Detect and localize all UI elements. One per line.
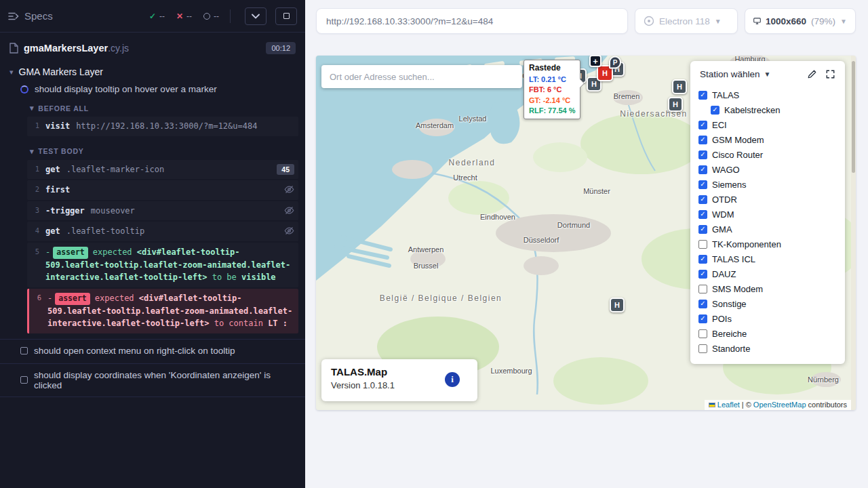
running-test[interactable]: should display tooltip on hover over a m… [0, 80, 305, 97]
browser-select[interactable]: Electron 118 ▼ [635, 8, 738, 34]
pending-test-title: should open context menu on right-click … [34, 346, 235, 356]
aut-scrollbar[interactable] [851, 56, 856, 410]
layer-toggle-talas[interactable]: ✓TALAS [698, 87, 837, 102]
app-root: Specs ✓-- ✕-- -- gmaMarkersLayer.cy.js 0… [0, 0, 868, 488]
command-row-get[interactable]: 1get.leaflet-marker-icon45 [27, 160, 298, 180]
checked-checkbox[interactable]: ✓ [698, 91, 707, 100]
pending-test-icon [20, 347, 28, 354]
layer-toggle-kabelstrecken[interactable]: ✓Kabelstrecken [711, 102, 837, 117]
pending-test[interactable]: should display coordinates when 'Koordin… [0, 363, 305, 396]
test-body-header[interactable]: ▾ TEST BODY [0, 140, 305, 159]
layer-toggle-siemens[interactable]: ✓Siemens [698, 177, 837, 192]
command-text: get.leaflet-marker-icon [45, 163, 277, 176]
layer-toggle-sonstige[interactable]: ✓Sonstige [698, 296, 837, 311]
layer-toggle-cisco-router[interactable]: ✓Cisco Router [698, 147, 837, 162]
command-row-trigger[interactable]: 3-triggermouseover [27, 201, 298, 221]
tooltip-title: Rastede [529, 62, 575, 74]
unchecked-checkbox[interactable] [698, 344, 707, 353]
layer-label: GSM Modem [712, 135, 764, 145]
assert-pill: assert [55, 293, 90, 305]
layer-toggle-talas-icl[interactable]: ✓TALAS ICL [698, 251, 837, 266]
pending-test[interactable]: should open context menu on right-click … [0, 339, 305, 362]
layer-toggle-gma[interactable]: ✓GMA [698, 222, 837, 237]
viewport-select[interactable]: 1000x660 (79%) ▼ [745, 8, 856, 34]
map-search-input[interactable] [321, 65, 522, 88]
command-number: 1 [27, 120, 39, 129]
checked-checkbox[interactable]: ✓ [698, 150, 707, 159]
chevron-down-icon[interactable]: ▼ [764, 70, 771, 78]
layer-toggle-bereiche[interactable]: Bereiche [698, 326, 837, 341]
specs-label: Specs [24, 10, 53, 22]
unchecked-checkbox[interactable] [698, 285, 707, 293]
aut-panel: http://192.168.10.33:3000/?m=12&u=484 El… [305, 0, 868, 488]
station-select-label[interactable]: Station wählen [700, 69, 760, 79]
collapse-all-button[interactable] [245, 7, 267, 25]
layer-toggle-sms-modem[interactable]: SMS Modem [698, 281, 837, 296]
layer-toggle-pois[interactable]: ✓POIs [698, 311, 837, 326]
checked-checkbox[interactable]: ✓ [698, 121, 707, 129]
leaflet-link[interactable]: Leaflet [717, 401, 740, 409]
layer-toggle-gsm-modem[interactable]: ✓GSM Modem [698, 132, 837, 147]
layer-toggle-tk-komponenten[interactable]: TK-Komponenten [698, 237, 837, 251]
layer-label: SMS Modem [712, 284, 763, 294]
checked-checkbox[interactable]: ✓ [698, 210, 707, 219]
plus-marker[interactable]: + [589, 56, 601, 67]
command-text: -assertexpected <div#leaflet-tooltip-509… [45, 246, 294, 284]
layer-label: Siemens [712, 180, 747, 190]
suite-header[interactable]: ▾ GMA Markers Layer [0, 61, 305, 80]
attribution-suffix: contributors [808, 401, 847, 409]
edit-pencil-icon[interactable] [807, 69, 817, 79]
section-caret-icon: ▾ [30, 147, 34, 156]
checked-checkbox[interactable]: ✓ [698, 300, 707, 308]
checked-checkbox[interactable]: ✓ [698, 195, 707, 204]
specs-menu-button[interactable]: Specs [8, 10, 53, 22]
before-all-header[interactable]: ▾ BEFORE ALL [0, 97, 305, 115]
checked-checkbox[interactable]: ✓ [698, 314, 707, 323]
command-number: 6 [29, 292, 41, 302]
expand-fullscreen-icon[interactable] [825, 69, 835, 79]
command-number: 4 [27, 225, 39, 235]
unchecked-checkbox[interactable] [698, 240, 707, 249]
layer-toggle-eci[interactable]: ✓ECI [698, 117, 837, 132]
checked-checkbox[interactable]: ✓ [711, 106, 719, 115]
station-marker[interactable]: H [672, 79, 687, 94]
checked-checkbox[interactable]: ✓ [698, 225, 707, 234]
layer-toggle-dauz[interactable]: ✓DAUZ [698, 266, 837, 281]
info-icon[interactable]: i [445, 372, 460, 387]
checked-checkbox[interactable]: ✓ [698, 270, 707, 279]
viewport-zoom: (79%) [811, 16, 835, 26]
command-row-visit[interactable]: 1visithttp://192.168.10.33:3000/?m=12&u=… [27, 117, 298, 136]
openstreetmap-link[interactable]: OpenStreetMap [753, 401, 806, 409]
assert-pill: assert [53, 247, 88, 259]
layer-toggle-wdm[interactable]: ✓WDM [698, 207, 837, 222]
before-all-commands: 1visithttp://192.168.10.33:3000/?m=12&u=… [0, 115, 305, 140]
station-marker[interactable]: H [610, 298, 625, 312]
spec-file-row[interactable]: gmaMarkersLayer.cy.js 00:12 [0, 33, 305, 61]
scrollbar-thumb[interactable] [852, 61, 855, 173]
station-marker[interactable]: H [668, 97, 683, 112]
command-row-assert[interactable]: 5-assertexpected <div#leaflet-tooltip-50… [27, 243, 298, 287]
marker-tooltip[interactable]: Rastede LT: 0.21 °CFBT: 6 °CGT: -2.14 °C… [524, 60, 580, 119]
leaflet-map[interactable]: HamburgGroningenBremenNiedersachsenLelys… [316, 56, 856, 410]
checked-checkbox[interactable]: ✓ [698, 165, 707, 174]
command-row-get[interactable]: 4get.leaflet-tooltip [27, 222, 298, 241]
layer-toggle-standorte[interactable]: Standorte [698, 341, 837, 356]
checked-checkbox[interactable]: ✓ [698, 180, 707, 189]
url-input[interactable]: http://192.168.10.33:3000/?m=12&u=484 [316, 8, 628, 34]
layer-toggle-otdr[interactable]: ✓OTDR [698, 192, 837, 207]
layer-label: ECI [712, 120, 727, 130]
pin-marker[interactable]: P [609, 56, 621, 69]
command-text: -assertexpected <div#leaflet-tooltip-509… [47, 292, 294, 330]
chevron-down-icon: ▼ [715, 18, 722, 25]
command-row-first[interactable]: 2first [27, 180, 298, 200]
unchecked-checkbox[interactable] [698, 329, 707, 338]
checked-checkbox[interactable]: ✓ [698, 136, 707, 144]
map-attribution: Leaflet | © OpenStreetMap contributors [705, 400, 851, 410]
command-number: 5 [27, 246, 39, 256]
stop-button[interactable] [275, 7, 297, 25]
chevron-down-icon: ▼ [840, 18, 847, 25]
aut-topbar: http://192.168.10.33:3000/?m=12&u=484 El… [305, 0, 868, 42]
command-row-assert[interactable]: 6-assertexpected <div#leaflet-tooltip-50… [27, 289, 298, 333]
layer-toggle-wago[interactable]: ✓WAGO [698, 162, 837, 177]
checked-checkbox[interactable]: ✓ [698, 255, 707, 264]
